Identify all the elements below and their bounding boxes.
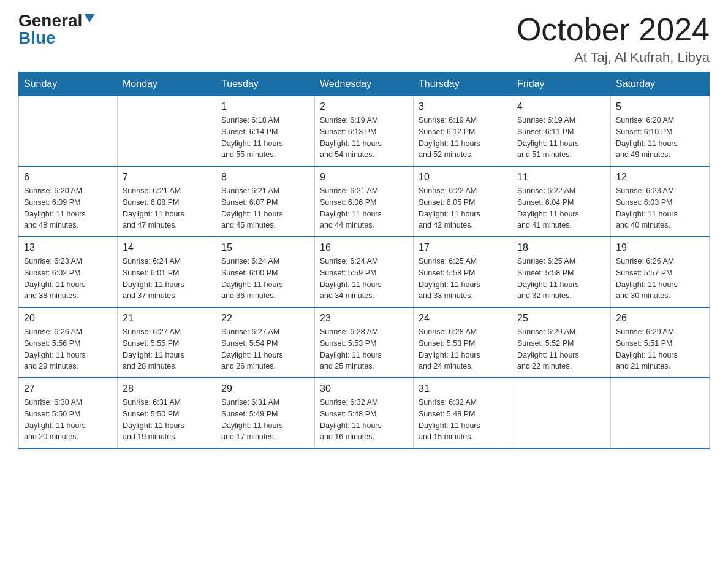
day-number: 26 — [616, 313, 704, 324]
calendar-cell: 13Sunrise: 6:23 AMSunset: 6:02 PMDayligh… — [19, 237, 118, 307]
calendar-cell: 12Sunrise: 6:23 AMSunset: 6:03 PMDayligh… — [611, 166, 710, 237]
day-number: 20 — [24, 313, 112, 324]
calendar-cell: 20Sunrise: 6:26 AMSunset: 5:56 PMDayligh… — [19, 307, 118, 378]
day-info: Sunrise: 6:29 AMSunset: 5:51 PMDaylight:… — [616, 326, 704, 372]
header-row: SundayMondayTuesdayWednesdayThursdayFrid… — [19, 72, 710, 96]
calendar-week-row: 20Sunrise: 6:26 AMSunset: 5:56 PMDayligh… — [19, 307, 710, 378]
day-number: 24 — [419, 313, 507, 324]
calendar-cell: 28Sunrise: 6:31 AMSunset: 5:50 PMDayligh… — [118, 378, 216, 448]
day-info: Sunrise: 6:26 AMSunset: 5:56 PMDaylight:… — [24, 326, 112, 372]
calendar-cell: 2Sunrise: 6:19 AMSunset: 6:13 PMDaylight… — [315, 96, 414, 167]
day-info: Sunrise: 6:24 AMSunset: 6:01 PMDaylight:… — [123, 256, 211, 302]
day-info: Sunrise: 6:27 AMSunset: 5:54 PMDaylight:… — [221, 326, 309, 372]
calendar-cell: 21Sunrise: 6:27 AMSunset: 5:55 PMDayligh… — [118, 307, 216, 378]
calendar-cell: 27Sunrise: 6:30 AMSunset: 5:50 PMDayligh… — [19, 378, 118, 448]
day-number: 4 — [517, 101, 605, 112]
day-info: Sunrise: 6:21 AMSunset: 6:08 PMDaylight:… — [123, 185, 211, 231]
header-day-sunday: Sunday — [19, 72, 118, 96]
logo-blue: Blue — [18, 28, 56, 47]
calendar-cell: 30Sunrise: 6:32 AMSunset: 5:48 PMDayligh… — [315, 378, 414, 448]
day-number: 9 — [320, 172, 408, 183]
day-info: Sunrise: 6:32 AMSunset: 5:48 PMDaylight:… — [419, 397, 507, 443]
day-number: 29 — [221, 383, 309, 394]
calendar-cell: 16Sunrise: 6:24 AMSunset: 5:59 PMDayligh… — [315, 237, 414, 307]
day-info: Sunrise: 6:31 AMSunset: 5:49 PMDaylight:… — [221, 397, 309, 443]
day-info: Sunrise: 6:24 AMSunset: 5:59 PMDaylight:… — [320, 256, 408, 302]
day-number: 10 — [419, 172, 507, 183]
calendar-cell: 1Sunrise: 6:18 AMSunset: 6:14 PMDaylight… — [216, 96, 315, 167]
day-number: 7 — [123, 172, 211, 183]
day-number: 5 — [616, 101, 704, 112]
day-info: Sunrise: 6:26 AMSunset: 5:57 PMDaylight:… — [616, 256, 704, 302]
header-day-monday: Monday — [118, 72, 216, 96]
day-number: 16 — [320, 242, 408, 253]
day-number: 8 — [221, 172, 309, 183]
calendar-cell: 22Sunrise: 6:27 AMSunset: 5:54 PMDayligh… — [216, 307, 315, 378]
day-info: Sunrise: 6:24 AMSunset: 6:00 PMDaylight:… — [221, 256, 309, 302]
calendar-cell: 29Sunrise: 6:31 AMSunset: 5:49 PMDayligh… — [216, 378, 315, 448]
calendar-cell: 18Sunrise: 6:25 AMSunset: 5:58 PMDayligh… — [512, 237, 611, 307]
calendar-cell: 4Sunrise: 6:19 AMSunset: 6:11 PMDaylight… — [512, 96, 611, 167]
day-info: Sunrise: 6:23 AMSunset: 6:02 PMDaylight:… — [24, 256, 112, 302]
calendar-cell: 25Sunrise: 6:29 AMSunset: 5:52 PMDayligh… — [512, 307, 611, 378]
day-number: 6 — [24, 172, 112, 183]
day-info: Sunrise: 6:22 AMSunset: 6:04 PMDaylight:… — [517, 185, 605, 231]
day-number: 14 — [123, 242, 211, 253]
calendar-subtitle: At Taj, Al Kufrah, Libya — [517, 50, 710, 66]
day-number: 21 — [123, 313, 211, 324]
calendar-cell — [512, 378, 611, 448]
logo-general: General — [18, 12, 82, 29]
logo: General Blue — [18, 12, 94, 47]
calendar-cell: 5Sunrise: 6:20 AMSunset: 6:10 PMDaylight… — [611, 96, 710, 167]
calendar-cell: 10Sunrise: 6:22 AMSunset: 6:05 PMDayligh… — [414, 166, 512, 237]
day-number: 13 — [24, 242, 112, 253]
day-info: Sunrise: 6:25 AMSunset: 5:58 PMDaylight:… — [517, 256, 605, 302]
day-number: 19 — [616, 242, 704, 253]
day-number: 3 — [419, 101, 507, 112]
calendar-cell — [611, 378, 710, 448]
day-info: Sunrise: 6:31 AMSunset: 5:50 PMDaylight:… — [123, 397, 211, 443]
day-info: Sunrise: 6:23 AMSunset: 6:03 PMDaylight:… — [616, 185, 704, 231]
day-number: 15 — [221, 242, 309, 253]
day-number: 1 — [221, 101, 309, 112]
calendar-cell: 7Sunrise: 6:21 AMSunset: 6:08 PMDaylight… — [118, 166, 216, 237]
day-number: 30 — [320, 383, 408, 394]
day-info: Sunrise: 6:22 AMSunset: 6:05 PMDaylight:… — [419, 185, 507, 231]
calendar-cell: 24Sunrise: 6:28 AMSunset: 5:53 PMDayligh… — [414, 307, 512, 378]
calendar-cell: 9Sunrise: 6:21 AMSunset: 6:06 PMDaylight… — [315, 166, 414, 237]
day-info: Sunrise: 6:30 AMSunset: 5:50 PMDaylight:… — [24, 397, 112, 443]
calendar-cell — [19, 96, 118, 167]
header-day-thursday: Thursday — [414, 72, 512, 96]
day-number: 18 — [517, 242, 605, 253]
day-info: Sunrise: 6:29 AMSunset: 5:52 PMDaylight:… — [517, 326, 605, 372]
day-info: Sunrise: 6:25 AMSunset: 5:58 PMDaylight:… — [419, 256, 507, 302]
calendar-week-row: 13Sunrise: 6:23 AMSunset: 6:02 PMDayligh… — [19, 237, 710, 307]
day-info: Sunrise: 6:19 AMSunset: 6:12 PMDaylight:… — [419, 115, 507, 161]
day-info: Sunrise: 6:21 AMSunset: 6:07 PMDaylight:… — [221, 185, 309, 231]
calendar-table: SundayMondayTuesdayWednesdayThursdayFrid… — [18, 72, 710, 449]
calendar-cell: 11Sunrise: 6:22 AMSunset: 6:04 PMDayligh… — [512, 166, 611, 237]
calendar-cell: 14Sunrise: 6:24 AMSunset: 6:01 PMDayligh… — [118, 237, 216, 307]
calendar-cell: 26Sunrise: 6:29 AMSunset: 5:51 PMDayligh… — [611, 307, 710, 378]
day-info: Sunrise: 6:27 AMSunset: 5:55 PMDaylight:… — [123, 326, 211, 372]
calendar-cell — [118, 96, 216, 167]
day-info: Sunrise: 6:20 AMSunset: 6:10 PMDaylight:… — [616, 115, 704, 161]
day-number: 31 — [419, 383, 507, 394]
calendar-cell: 6Sunrise: 6:20 AMSunset: 6:09 PMDaylight… — [19, 166, 118, 237]
day-number: 11 — [517, 172, 605, 183]
day-number: 23 — [320, 313, 408, 324]
day-number: 27 — [24, 383, 112, 394]
calendar-week-row: 27Sunrise: 6:30 AMSunset: 5:50 PMDayligh… — [19, 378, 710, 448]
header-day-saturday: Saturday — [611, 72, 710, 96]
calendar-title: October 2024 — [517, 12, 710, 47]
day-number: 17 — [419, 242, 507, 253]
day-info: Sunrise: 6:19 AMSunset: 6:13 PMDaylight:… — [320, 115, 408, 161]
day-info: Sunrise: 6:32 AMSunset: 5:48 PMDaylight:… — [320, 397, 408, 443]
day-number: 12 — [616, 172, 704, 183]
header-day-friday: Friday — [512, 72, 611, 96]
day-info: Sunrise: 6:18 AMSunset: 6:14 PMDaylight:… — [221, 115, 309, 161]
calendar-cell: 15Sunrise: 6:24 AMSunset: 6:00 PMDayligh… — [216, 237, 315, 307]
calendar-week-row: 1Sunrise: 6:18 AMSunset: 6:14 PMDaylight… — [19, 96, 710, 167]
day-info: Sunrise: 6:20 AMSunset: 6:09 PMDaylight:… — [24, 185, 112, 231]
header-day-wednesday: Wednesday — [315, 72, 414, 96]
